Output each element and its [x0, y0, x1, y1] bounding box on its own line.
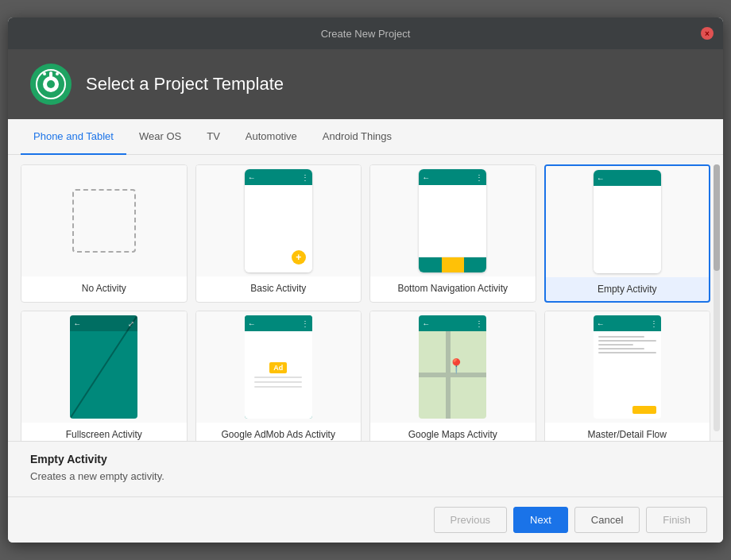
template-empty-activity[interactable]: ← Empty Activity [544, 164, 711, 303]
template-fullscreen[interactable]: ← ⤢ Fullscreen Activity [21, 311, 188, 441]
phone-frame-empty: ← [594, 170, 661, 273]
title-bar: Create New Project × [8, 17, 723, 49]
map-pin-icon: 📍 [447, 357, 465, 375]
phone-frame-basic: ← ⋮ + [245, 169, 312, 272]
tab-automotive[interactable]: Automotive [233, 119, 310, 155]
menu-dots-icon-4: ⋮ [475, 319, 483, 328]
template-fullscreen-label: Fullscreen Activity [21, 423, 187, 441]
md-button [632, 406, 656, 414]
template-grid-container[interactable]: No Activity ← ⋮ + [8, 155, 723, 441]
finish-button[interactable]: Finish [646, 507, 707, 533]
template-no-activity[interactable]: No Activity [21, 164, 188, 303]
ad-line-2 [254, 381, 302, 383]
template-maps-label: Google Maps Activity [370, 423, 536, 441]
bottom-nav-item-2 [442, 257, 464, 272]
svg-point-6 [56, 72, 59, 75]
tab-wear-os[interactable]: Wear OS [126, 119, 194, 155]
tab-android-things[interactable]: Android Things [310, 119, 404, 155]
scrollbar-thumb[interactable] [714, 164, 720, 271]
bottom-nav-item-1 [419, 257, 441, 272]
template-master-detail[interactable]: ← ⋮ [544, 311, 711, 441]
dialog-title: Create New Project [321, 28, 411, 40]
tab-phone-tablet[interactable]: Phone and Tablet [21, 119, 126, 155]
menu-dots-icon: ⋮ [301, 173, 309, 182]
dashed-box [72, 189, 136, 253]
back-arrow-icon-3: ← [597, 174, 605, 183]
content-area: Phone and Tablet Wear OS TV Automotive A… [8, 119, 723, 496]
bottom-nav-bar [419, 257, 486, 272]
md-line-1 [598, 336, 644, 338]
template-bottomnav-label: Bottom Navigation Activity [370, 276, 536, 300]
ad-line-3 [254, 386, 302, 388]
md-topbar: ← ⋮ [594, 315, 661, 331]
phone-topbar-bottomnav: ← ⋮ [419, 169, 486, 185]
menu-dots-icon-3: ⋮ [301, 319, 309, 328]
svg-point-5 [43, 72, 46, 75]
maps-phone: ← ⋮ 📍 [419, 315, 486, 419]
cancel-button[interactable]: Cancel [574, 507, 640, 533]
back-arrow-icon: ← [248, 173, 256, 182]
template-master-detail-label: Master/Detail Flow [545, 423, 710, 441]
tab-tv[interactable]: TV [194, 119, 233, 155]
bottom-nav-item-3 [464, 257, 486, 272]
close-icon: × [705, 29, 710, 38]
back-arrow-icon-6: ← [422, 319, 430, 328]
ad-badge: Ad [269, 362, 287, 373]
selected-template-description: Creates a new empty activity. [30, 470, 701, 482]
tabs-bar: Phone and Tablet Wear OS TV Automotive A… [8, 119, 723, 155]
template-basic-label: Basic Activity [196, 276, 362, 300]
svg-line-7 [70, 315, 137, 419]
phone-body-bottomnav [419, 185, 486, 257]
fab-icon: + [292, 250, 306, 265]
close-button[interactable]: × [701, 27, 714, 40]
back-arrow-icon-2: ← [422, 173, 430, 182]
previous-button[interactable]: Previous [434, 507, 508, 533]
menu-dots-icon-5: ⋮ [650, 319, 658, 328]
map-body: 📍 [419, 331, 486, 419]
create-project-dialog: Create New Project × Select a Project Te… [8, 17, 723, 543]
template-grid: No Activity ← ⋮ + [21, 164, 710, 441]
basic-activity-preview: ← ⋮ + [196, 165, 362, 276]
template-maps[interactable]: ← ⋮ 📍 Google Maps Activity [369, 311, 536, 441]
template-ads[interactable]: ← ⋮ Ad Google Ad [195, 311, 362, 441]
phone-topbar-basic: ← ⋮ [245, 169, 312, 185]
template-basic-activity[interactable]: ← ⋮ + Basic Activity [195, 164, 362, 303]
ad-line-1 [254, 377, 302, 378]
maps-topbar: ← ⋮ [419, 315, 486, 331]
md-line-2 [598, 340, 656, 342]
no-activity-preview [21, 165, 187, 276]
ad-topbar: ← ⋮ [245, 315, 312, 331]
next-button[interactable]: Next [513, 507, 568, 533]
ad-body: Ad [245, 331, 312, 419]
template-bottom-nav[interactable]: ← ⋮ Bottom Naviga [369, 164, 536, 303]
svg-rect-4 [49, 71, 52, 78]
template-ads-label: Google AdMob Ads Activity [196, 423, 362, 441]
ad-phone: ← ⋮ Ad [245, 315, 312, 419]
page-title: Select a Project Template [86, 74, 284, 95]
selected-template-title: Empty Activity [30, 453, 701, 465]
map-road-vertical [446, 331, 451, 419]
master-detail-phone: ← ⋮ [594, 315, 661, 419]
android-studio-logo [30, 64, 72, 105]
ads-preview-container: ← ⋮ Ad [196, 311, 362, 423]
template-no-activity-label: No Activity [21, 276, 187, 300]
phone-body-empty [594, 186, 661, 273]
diagonal-svg [70, 315, 137, 419]
fullscreen-preview-container: ← ⤢ [21, 311, 187, 423]
md-line-3 [598, 344, 633, 346]
maps-preview-container: ← ⋮ 📍 [370, 311, 536, 423]
md-line-5 [598, 352, 656, 353]
md-body [594, 331, 661, 419]
svg-point-3 [47, 80, 55, 88]
bottom-nav-preview: ← ⋮ [370, 165, 536, 276]
scrollbar-track[interactable] [714, 164, 720, 431]
phone-body-basic: + [245, 185, 312, 272]
empty-activity-preview: ← [546, 166, 710, 277]
phone-frame-bottomnav: ← ⋮ [419, 169, 486, 272]
back-arrow-icon-7: ← [597, 319, 605, 328]
md-line-4 [598, 348, 644, 350]
header: Select a Project Template [8, 49, 723, 119]
footer: Previous Next Cancel Finish [8, 496, 723, 543]
template-empty-label: Empty Activity [546, 277, 710, 301]
info-section: Empty Activity Creates a new empty activ… [8, 441, 723, 496]
